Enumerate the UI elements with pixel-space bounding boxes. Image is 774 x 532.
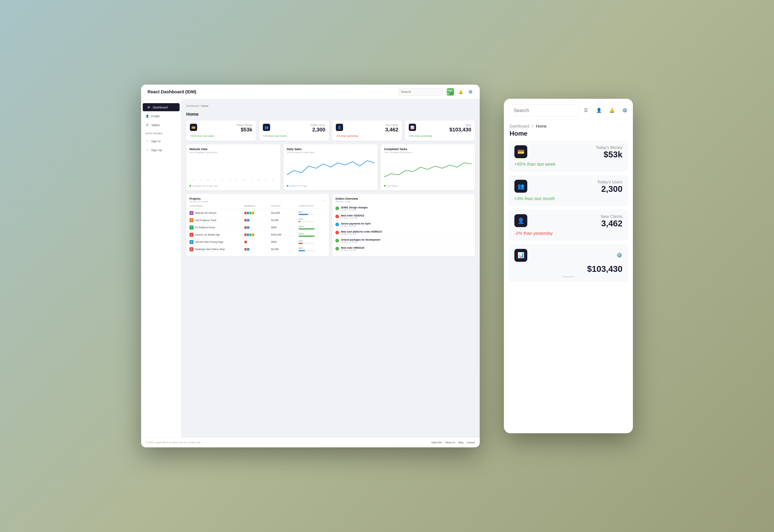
mobile-stat-card-money: 💳 Today's Money $53k +55% than last week: [509, 140, 628, 172]
stat-change: +55% than last week: [190, 134, 252, 137]
order-meta: 21 DEC 11:21 PM: [341, 217, 364, 219]
auth-section-label: AUTH PAGES: [141, 130, 181, 136]
project-name: Material XD Version: [195, 212, 216, 214]
mobile-stat-label: New Clients: [601, 214, 622, 219]
tables-icon: ☰: [145, 123, 149, 127]
order-item: ! New card added for order #4395133 20 D…: [335, 229, 472, 237]
stat-change: -2% than yesterday: [336, 134, 398, 137]
mobile-cards: 💳 Today's Money $53k +55% than last week…: [504, 140, 633, 433]
stat-label: Today's Users: [310, 124, 325, 127]
order-icon: ✓: [335, 239, 339, 242]
stat-card-sales: 📊 Sales $103,430 +5% than yesterday: [405, 121, 475, 141]
order-meta: 21 DEC 9:28 PM: [341, 225, 370, 227]
breadcrumb: Dashboard / Home: [186, 104, 475, 108]
stat-label: New Clients: [385, 124, 398, 127]
desktop-footer: © 2024, made with ♥ by Sylvit Dev for a …: [141, 437, 480, 447]
footer-link[interactable]: Blog: [459, 441, 463, 444]
chart-completed-tasks: Completed Tasks Last Campaign Performanc…: [381, 144, 475, 190]
settings-icon[interactable]: ⚙️: [468, 89, 473, 95]
project-name: Redesign New Online Shop: [195, 248, 225, 251]
sidebar-item-signin[interactable]: → Sign In: [141, 137, 181, 145]
mobile-search-input[interactable]: [510, 104, 578, 116]
chart-title: Daily Sales: [287, 148, 375, 151]
footer-link[interactable]: License: [467, 441, 475, 444]
col-members: MEMBERS: [244, 205, 271, 207]
menu-icon[interactable]: ☰: [582, 106, 590, 115]
mobile-money-icon: 💳: [514, 145, 527, 158]
stat-card-clients: 👤 New Clients 3,462 -2% than yesterday: [332, 121, 402, 141]
table-header: COMPANIES MEMBERS BUDGET COMPLETION: [189, 205, 326, 209]
dashboard-icon: ⊞: [147, 105, 151, 109]
project-name: Add Progress Track: [195, 219, 216, 222]
order-title: Server payments for April: [341, 222, 370, 225]
projects-table-card: Projects 30 done this month ⋯ COMPANIES …: [186, 194, 329, 256]
sidebar-item-profile[interactable]: 👤 Profile: [141, 112, 181, 120]
drag-handle: [514, 276, 622, 277]
sidebar-item-dashboard[interactable]: ⊞ Dashboard: [143, 103, 180, 111]
chart-subtitle: Last Campaign Performance: [189, 151, 277, 154]
table-row: L Launch our Mobile App $164,000 100%: [189, 231, 326, 238]
order-meta: 18 DEC 4:41 PM: [341, 249, 364, 251]
mobile-last-card-top: 📊 ⚙️: [514, 249, 622, 262]
more-options-icon[interactable]: ⋯: [322, 198, 326, 202]
sidebar-item-label: Dashboard: [153, 106, 167, 109]
bell-icon[interactable]: 🔔: [458, 89, 464, 95]
orders-header: Orders Overview 24% this month: [335, 197, 472, 203]
mobile-stat-change: +3% than last month: [514, 196, 622, 201]
clients-icon: 👤: [336, 124, 343, 131]
app-title: React Dashboard (IDM): [148, 89, 196, 95]
project-budget: $400: [271, 226, 299, 229]
mobile-stat-card-sales: 📊 ⚙️ $103,430: [509, 244, 628, 282]
orders-subtitle: 24% this month: [335, 200, 358, 203]
mobile-sales-value: $103,430: [514, 264, 622, 274]
mobile-stat-change: -2% than yesterday: [514, 231, 622, 236]
mobile-stat-right: New Clients 3,462: [601, 214, 622, 228]
table-row: R Redesign New Online Shop $2,000 40%: [189, 246, 326, 253]
projects-subtitle: 30 done this month: [189, 200, 208, 203]
profile-icon: 👤: [145, 114, 149, 118]
chart-area: M T W T F S S M T W T F: [189, 155, 277, 183]
desktop-search-input[interactable]: [398, 88, 443, 96]
table-card-header: Projects 30 done this month ⋯: [189, 197, 326, 203]
order-meta: 19 DEC 11:35 PM: [341, 241, 380, 243]
stat-value: $103,430: [449, 127, 471, 133]
table-row: M Material XD Version $14,000 60%: [189, 209, 326, 217]
chart-footer: campaign sent 2 days ago: [189, 185, 277, 187]
chart-area: [287, 155, 375, 183]
mobile-dashboard-panel: ☰ 👤 🔔 ⚙️ Dashboard / Home Home 💳 Today's…: [504, 99, 633, 433]
sales-icon: 📊: [409, 124, 416, 131]
footer-link[interactable]: Sylvit Dev: [431, 441, 442, 444]
bar-chart: M T W T F S S M T W T F: [189, 155, 277, 181]
charts-row: Website View Last Campaign Performance M…: [186, 144, 475, 190]
mobile-gear-icon[interactable]: ⚙️: [616, 252, 622, 258]
signin-icon: →: [145, 139, 149, 143]
stats-row: 💳 Today's Money $53k +55% than last week…: [186, 121, 475, 141]
sidebar-item-tables[interactable]: ☰ Tables: [141, 121, 181, 129]
mobile-users-icon: 👥: [514, 180, 527, 193]
desktop-content: Dashboard / Home Home 💳 Today's Money $5…: [181, 99, 480, 437]
chart-subtitle: Last Campaign Performance: [384, 151, 472, 154]
project-budget: $3,000: [271, 219, 299, 222]
chart-website-view: Website View Last Campaign Performance M…: [186, 144, 280, 190]
footer-link[interactable]: About Us: [445, 441, 455, 444]
order-item: ✓ Server payments for April 21 DEC 9:28 …: [335, 221, 472, 229]
notifications-icon[interactable]: 🔔: [607, 106, 616, 115]
projects-title: Projects: [189, 197, 208, 200]
person-icon[interactable]: 👤: [594, 106, 603, 115]
desktop-sidebar: ⊞ Dashboard 👤 Profile ☰ Tables AUTH PAGE…: [141, 99, 181, 437]
order-title: New card added for order #4395133: [341, 230, 382, 233]
project-budget: $2,000: [271, 248, 299, 251]
sign-in-button[interactable]: Sign In: [447, 88, 454, 96]
order-item: ! New order #1832412 21 DEC 11:21 PM: [335, 213, 472, 221]
chart-area: [384, 155, 472, 183]
sidebar-item-signup[interactable]: → Sign Up: [141, 146, 181, 154]
desktop-topbar: React Dashboard (IDM) Sign In 🔔 ⚙️: [141, 85, 480, 99]
stat-change: +5% than yesterday: [409, 134, 471, 137]
stat-card-money: 💳 Today's Money $53k +55% than last week: [186, 121, 256, 141]
desktop-main-layout: ⊞ Dashboard 👤 Profile ☰ Tables AUTH PAGE…: [141, 99, 480, 437]
sidebar-item-label: Sign Up: [151, 148, 162, 152]
settings-icon[interactable]: ⚙️: [620, 106, 629, 115]
order-item: ✓ Unlock packages for development 19 DEC…: [335, 237, 472, 245]
chart-footer: just updated: [384, 185, 472, 187]
project-name: Launch our Mobile App: [195, 233, 220, 236]
